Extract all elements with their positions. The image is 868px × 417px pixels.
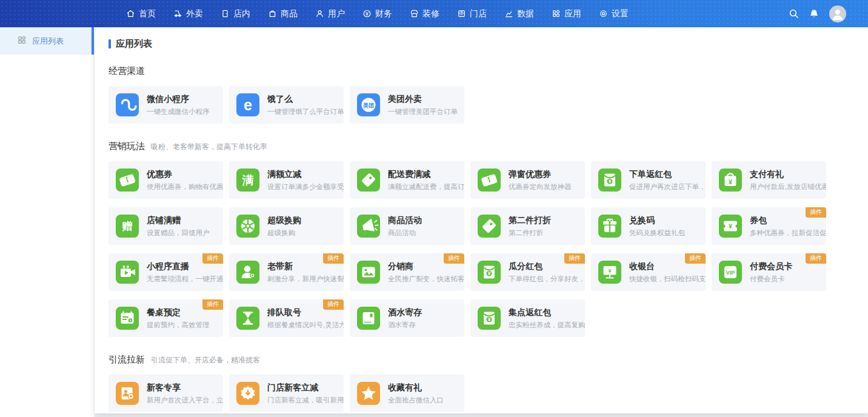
app-card[interactable]: 微信小程序一键生成微信小程序 (109, 86, 223, 124)
apps-icon (552, 9, 561, 18)
app-card[interactable]: 第二件打折第二件打折 (470, 207, 585, 245)
section-title: 营销玩法 (109, 141, 145, 152)
app-card[interactable]: ¥集点返红包忠实粉丝养成，提高复购... (470, 299, 585, 337)
svg-text:¥: ¥ (608, 268, 611, 274)
svg-text:赠: 赠 (122, 221, 133, 232)
plugin-badge: 插件 (202, 299, 223, 310)
app-card[interactable]: ¥收银台快捷收银，扫码枪扫码支付插件 (591, 253, 706, 291)
decorate-icon (410, 9, 419, 18)
nav-item-instore[interactable]: 店内 (221, 8, 250, 19)
app-card[interactable]: e饿了么一键管理饿了么平台订单 (229, 86, 344, 124)
svg-text:VIP: VIP (726, 270, 735, 276)
app-name: 第二件打折 (509, 215, 585, 225)
gift-box-icon (598, 215, 621, 238)
nav-item-data[interactable]: 数据 (504, 8, 534, 19)
app-card-text: 收藏有礼全面抢占微信入口 (388, 382, 464, 405)
app-card[interactable]: 新客专享新用户首次进入平台，立... (109, 375, 223, 412)
app-card[interactable]: 赠店铺满赠设置赠品，回馈用户 (109, 207, 223, 245)
app-card[interactable]: 兑换码凭码兑换权益礼包 (591, 207, 706, 245)
nav-item-user[interactable]: 用户 (315, 8, 345, 19)
app-card[interactable]: 商品活动商品活动 (350, 207, 464, 245)
app-card[interactable]: 美团美团外卖一键管理美团平台订单 (350, 86, 464, 124)
app-card[interactable]: 排队取号根据餐桌情况叫号,灵活方便插件 (229, 299, 344, 337)
nav-item-finance[interactable]: 财务 (362, 8, 392, 19)
app-card-text: 商品活动商品活动 (388, 215, 464, 238)
app-desc: 优惠券定向发放神器 (509, 183, 585, 192)
nav-item-label: 外卖 (186, 8, 203, 19)
app-card[interactable]: ¥下单返红包促进用户再次进店下单，... (591, 161, 706, 199)
favorite-star-icon (357, 382, 380, 405)
svg-text:¥: ¥ (609, 178, 612, 184)
notification-bell-icon[interactable] (809, 9, 819, 19)
app-card[interactable]: 酒水寄存酒水寄存 (350, 299, 464, 337)
svg-text:美团: 美团 (362, 102, 374, 108)
wechat-mini-icon (116, 93, 139, 116)
nav-item-settings[interactable]: 设置 (599, 8, 629, 19)
section-title: 经营渠道 (109, 65, 145, 77)
coupon-icon (116, 168, 139, 192)
app-card[interactable]: 优惠券使用优惠券，购物有优惠 (109, 161, 223, 199)
nav-item-store[interactable]: 门店 (457, 8, 487, 19)
app-name: 超级换购 (267, 215, 344, 225)
app-card[interactable]: 收藏有礼全面抢占微信入口 (350, 375, 464, 412)
section-header: 营销玩法吸粉、老客带新客，提高下单转化率 (109, 141, 868, 152)
data-icon (504, 9, 513, 18)
app-desc: 无需繁琐流程，一键开通... (147, 275, 223, 284)
app-desc: 一键管理美团平台订单 (388, 108, 464, 116)
app-card[interactable]: ¥支付有礼用户付款后,发放店铺优惠券 (712, 161, 826, 199)
app-card[interactable]: 分销商全民推广裂变，快速拓客...插件 (350, 253, 464, 291)
wine-storage-icon (357, 307, 380, 330)
nav-item-goods[interactable]: 商品 (268, 8, 298, 19)
live-camera-icon (116, 261, 139, 284)
app-card[interactable]: 配送费满减满额立减配送费，提高订... (350, 161, 464, 199)
eleme-icon: e (236, 93, 259, 116)
nav-item-home[interactable]: 首页 (126, 8, 156, 19)
page-title-text: 应用列表 (116, 38, 152, 50)
app-desc: 全面抢占微信入口 (388, 396, 464, 405)
nav-item-takeout[interactable]: 外卖 (173, 8, 203, 19)
app-card-text: 兑换码凭码兑换权益礼包 (629, 215, 706, 238)
app-card[interactable]: 满满额立减设置订单满多少金额享受... (229, 161, 344, 199)
nav-item-label: 装修 (422, 8, 439, 19)
section-header: 经营渠道 (109, 65, 868, 76)
app-root: 首页外卖店内商品用户财务装修门店数据应用设置 应用列表 应用列表 经营渠道微信小… (0, 0, 868, 417)
app-card-text: 店铺满赠设置赠品，回馈用户 (147, 215, 223, 238)
search-icon[interactable] (789, 8, 799, 19)
app-card[interactable]: 超级换购超级换购 (229, 207, 344, 245)
app-name: 微信小程序 (147, 94, 223, 104)
app-card-text: 支付有礼用户付款后,发放店铺优惠券 (750, 169, 826, 192)
app-card[interactable]: VIP付费会员卡付费会员卡插件 (712, 253, 826, 291)
gift-zeng-icon: 赠 (116, 215, 139, 238)
app-card-text: 餐桌预定提前预约，高效管理 (147, 307, 223, 330)
app-card[interactable]: 餐桌预定提前预约，高效管理插件 (109, 299, 223, 337)
svg-text:¥: ¥ (488, 316, 491, 322)
megaphone-icon (357, 215, 380, 238)
app-card[interactable]: 弹窗优惠券优惠券定向发放神器 (470, 161, 585, 199)
app-card[interactable]: ¥瓜分红包下单得红包，分享好友，...插件 (470, 253, 585, 291)
plugin-badge: 插件 (323, 253, 344, 264)
card-grid: 优惠券使用优惠券，购物有优惠满满额立减设置订单满多少金额享受...配送费满减满额… (109, 161, 826, 337)
app-name: 集点返红包 (509, 307, 585, 318)
app-card[interactable]: 门店新客立减门店新客立减，吸引新用... (229, 375, 344, 412)
app-name: 美团外卖 (388, 94, 464, 104)
vip-card-icon: VIP (719, 261, 742, 284)
user-avatar[interactable] (829, 5, 846, 22)
app-card[interactable]: 小程序直播无需繁琐流程，一键开通...插件 (109, 253, 223, 291)
sidebar-item-app-list[interactable]: 应用列表 (0, 27, 94, 55)
cashier-monitor-icon: ¥ (598, 261, 621, 284)
app-card[interactable]: 老带新刺激分享，新用户快速裂变插件 (229, 253, 344, 291)
svg-text:¥: ¥ (729, 222, 732, 230)
card-grid: 微信小程序一键生成微信小程序e饿了么一键管理饿了么平台订单美团美团外卖一键管理美… (109, 86, 826, 124)
redpacket-icon: ¥ (598, 168, 621, 192)
app-card-text: 酒水寄存酒水寄存 (388, 307, 464, 330)
delivery-tag-icon (357, 168, 380, 192)
section: 引流拉新引流促下单、开店必备，精准揽客新客专享新用户首次进入平台，立...门店新… (109, 354, 868, 412)
app-card-text: 饿了么一键管理饿了么平台订单 (267, 94, 344, 116)
nav-item-apps[interactable]: 应用 (552, 8, 581, 19)
nav-item-decorate[interactable]: 装修 (410, 8, 439, 19)
app-card[interactable]: ¥券包多种优惠券，拉新促活促...插件 (712, 207, 826, 245)
app-card-text: 收银台快捷收银，扫码枪扫码支付 (629, 261, 706, 284)
goods-icon (268, 9, 277, 18)
nav-item-label: 数据 (517, 8, 534, 19)
title-accent-bar (109, 39, 111, 48)
